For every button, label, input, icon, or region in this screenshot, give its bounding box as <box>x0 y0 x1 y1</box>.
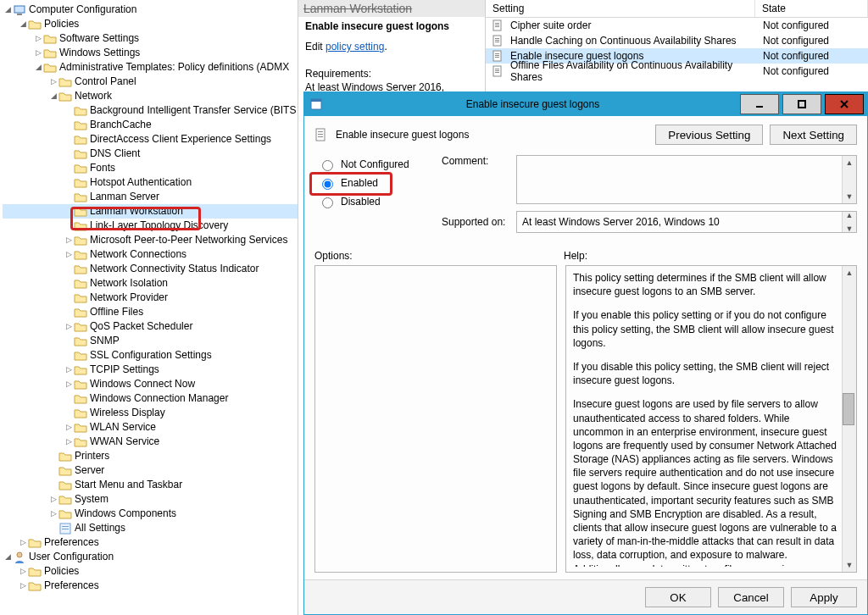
tree-net-item[interactable]: SSL Configuration Settings <box>3 348 298 363</box>
minimize-button[interactable] <box>740 94 779 114</box>
edit-policy-link[interactable]: policy setting <box>326 41 384 53</box>
tree-printers[interactable]: Printers <box>3 449 298 463</box>
tree-net-item[interactable]: Fonts <box>3 161 298 175</box>
folder-icon <box>28 579 42 593</box>
requirements-label: Requirements: <box>305 68 478 80</box>
tree-label: WLAN Service <box>90 420 156 435</box>
tree-net-item[interactable]: Network Connectivity Status Indicator <box>3 262 298 276</box>
tree-net-item[interactable]: ▷WWAN Service <box>3 435 298 449</box>
setting-name: Cipher suite order <box>510 19 591 31</box>
tree-label: QoS Packet Scheduler <box>90 319 192 334</box>
scrollbar[interactable]: ▲▼ <box>842 156 856 203</box>
tree-net-item[interactable]: ▷WLAN Service <box>3 420 298 435</box>
tree-start-menu[interactable]: Start Menu and Taskbar <box>3 478 298 492</box>
svg-rect-20 <box>495 70 499 71</box>
settings-header: Setting State <box>486 0 868 18</box>
tree-label: Windows Components <box>75 507 176 521</box>
tree-net-item[interactable]: Network Provider <box>3 291 298 305</box>
tree-net-item[interactable]: Background Intelligent Transfer Service … <box>3 103 298 118</box>
svg-rect-16 <box>495 55 499 56</box>
edit-prefix: Edit <box>305 41 326 53</box>
svg-rect-23 <box>311 99 321 102</box>
tree-label: Background Intelligent Transfer Service … <box>90 103 296 118</box>
folder-icon <box>74 392 87 406</box>
tree-windows-settings[interactable]: ▷Windows Settings <box>3 46 298 60</box>
tree-net-item[interactable]: DirectAccess Client Experience Settings <box>3 132 298 147</box>
tree-control-panel[interactable]: ▷Control Panel <box>3 75 298 89</box>
tree-label: Network Isolation <box>90 276 168 291</box>
col-setting[interactable]: Setting <box>486 0 755 17</box>
help-pane[interactable]: This policy setting determines if the SM… <box>565 265 857 573</box>
folder-icon <box>58 507 72 521</box>
tree-label: Network <box>75 89 112 103</box>
radio-enabled[interactable]: Enabled <box>314 174 442 192</box>
radio-disabled[interactable]: Disabled <box>314 192 442 211</box>
tree-preferences[interactable]: ▷Preferences <box>3 535 298 550</box>
tree-user-preferences[interactable]: ▷Preferences <box>3 579 298 593</box>
col-state[interactable]: State <box>755 0 868 17</box>
nav-tree[interactable]: ◢ Computer Configuration ◢Policies ▷Soft… <box>0 0 298 615</box>
folder-icon <box>74 378 87 391</box>
tree-net-item[interactable]: Windows Connection Manager <box>3 391 298 406</box>
folder-icon <box>74 205 87 219</box>
tree-label: TCPIP Settings <box>90 363 159 377</box>
tree-computer-configuration[interactable]: ◢ Computer Configuration <box>3 3 298 17</box>
tree-net-item[interactable]: ▷Windows Connect Now <box>3 377 298 391</box>
svg-rect-11 <box>495 38 499 39</box>
tree-net-item[interactable]: Offline Files <box>3 305 298 319</box>
dialog-titlebar[interactable]: Enable insecure guest logons <box>304 92 867 116</box>
tree-admx[interactable]: ◢Administrative Templates: Policy defini… <box>3 60 298 75</box>
tree-net-item[interactable]: ▷Network Connections <box>3 247 298 262</box>
tree-all-settings[interactable]: All Settings <box>3 521 298 535</box>
svg-rect-13 <box>495 42 499 42</box>
detail-title: Enable insecure guest logons <box>305 20 478 32</box>
maximize-button[interactable] <box>782 94 821 114</box>
folder-icon <box>74 435 87 449</box>
apply-button[interactable]: Apply <box>791 587 857 607</box>
tree-user-policies[interactable]: ▷Policies <box>3 564 298 579</box>
folder-icon <box>74 291 87 305</box>
settings-row[interactable]: Handle Caching on Continuous Availabilit… <box>486 33 868 48</box>
tree-net-item[interactable]: DNS Client <box>3 147 298 161</box>
tree-net-item[interactable]: SNMP <box>3 334 298 348</box>
tree-server[interactable]: Server <box>3 463 298 478</box>
cancel-button[interactable]: Cancel <box>718 587 784 607</box>
options-pane[interactable] <box>314 265 557 573</box>
tree-user-configuration[interactable]: ◢User Configuration <box>3 550 298 564</box>
svg-rect-4 <box>62 529 69 529</box>
ok-button[interactable]: OK <box>645 587 711 607</box>
tree-label: System <box>75 492 108 507</box>
tree-label: Wireless Display <box>90 406 165 420</box>
previous-setting-button[interactable]: Previous Setting <box>655 125 763 145</box>
tree-software-settings[interactable]: ▷Software Settings <box>3 31 298 46</box>
tree-system[interactable]: ▷System <box>3 492 298 507</box>
settings-row[interactable]: Cipher suite orderNot configured <box>486 18 868 33</box>
tree-net-item[interactable]: Network Isolation <box>3 276 298 291</box>
tree-label: Computer Configuration <box>29 3 136 17</box>
close-button[interactable] <box>825 94 864 114</box>
tree-net-item[interactable]: Lanman Server <box>3 190 298 204</box>
tree-net-item[interactable]: Lanman Workstation <box>3 204 298 219</box>
tree-network[interactable]: ◢Network <box>3 89 298 103</box>
tree-net-item[interactable]: Link-Layer Topology Discovery <box>3 219 298 233</box>
edit-policy-link-row: Edit policy setting. <box>305 41 478 53</box>
settings-row[interactable]: Offline Files Availability on Continuous… <box>486 64 868 79</box>
comment-field[interactable]: ▲▼ <box>516 155 857 204</box>
tree-net-item[interactable]: ▷Microsoft Peer-to-Peer Networking Servi… <box>3 233 298 247</box>
tree-net-item[interactable]: BranchCache <box>3 118 298 132</box>
tree-net-item[interactable]: Hotspot Authentication <box>3 175 298 190</box>
tree-net-item[interactable]: ▷TCPIP Settings <box>3 363 298 377</box>
tree-net-item[interactable]: Wireless Display <box>3 406 298 420</box>
scrollbar[interactable]: ▲▼ <box>842 212 856 232</box>
tree-policies[interactable]: ◢Policies <box>3 17 298 31</box>
svg-rect-3 <box>62 526 69 527</box>
tree-net-item[interactable]: ▷QoS Packet Scheduler <box>3 319 298 334</box>
radio-not-configured[interactable]: Not Configured <box>314 155 442 174</box>
scroll-thumb[interactable] <box>843 393 854 425</box>
folder-icon <box>74 219 87 233</box>
folder-icon <box>28 565 42 579</box>
supported-label: Supported on: <box>442 216 516 228</box>
tree-windows-components[interactable]: ▷Windows Components <box>3 507 298 521</box>
setting-name: Handle Caching on Continuous Availabilit… <box>510 35 737 47</box>
next-setting-button[interactable]: Next Setting <box>770 125 857 145</box>
